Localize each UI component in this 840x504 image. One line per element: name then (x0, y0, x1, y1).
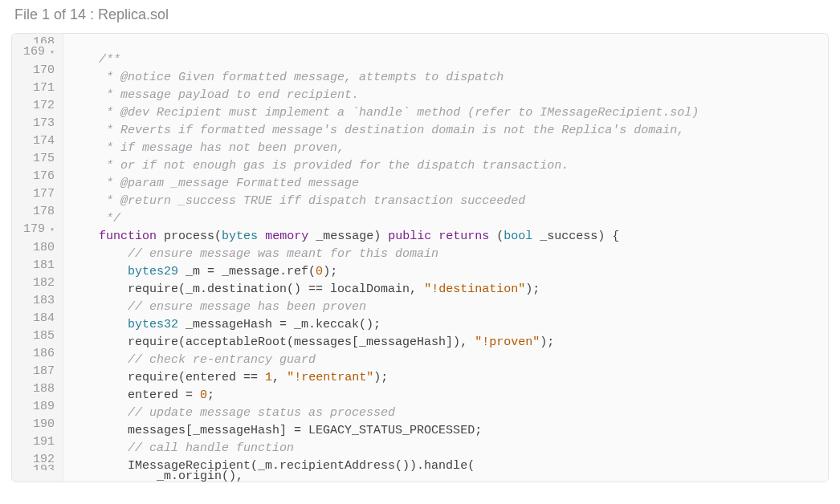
line-number: 172 (23, 97, 55, 115)
code-line[interactable]: require(_m.destination() == localDomain,… (70, 281, 828, 299)
code-line[interactable]: bytes32 _messageHash = _m.keccak(); (70, 316, 828, 334)
line-number: 177 (23, 185, 55, 203)
line-number: 179 (23, 221, 55, 239)
file-header: File 1 of 14 : Replica.sol (0, 0, 840, 33)
code-line[interactable]: bytes29 _m = _message.ref(0); (70, 263, 828, 281)
line-number: 184 (23, 310, 55, 327)
line-number: 168 (23, 34, 55, 43)
line-number: 174 (23, 132, 55, 150)
line-number: 178 (23, 203, 55, 221)
line-number: 187 (23, 363, 55, 380)
code-line[interactable]: */ (70, 210, 828, 228)
line-number: 171 (23, 79, 55, 97)
code-line[interactable]: // ensure message has been proven (70, 299, 828, 316)
code-line[interactable]: function process(bytes memory _message) … (70, 228, 828, 246)
code-line[interactable]: _m.origin(), (70, 468, 828, 482)
code-line[interactable]: // call handle function (70, 440, 828, 457)
line-number: 185 (23, 327, 55, 345)
code-line[interactable]: * @notice Given formatted message, attem… (70, 69, 828, 87)
code-line[interactable]: * message payload to end recipient. (70, 87, 828, 104)
code-line[interactable]: // update message status as processed (70, 404, 828, 422)
code-line[interactable]: * if message has not been proven, (70, 140, 828, 157)
code-panel: 1681691701711721731741751761771781791801… (11, 33, 829, 482)
code-line[interactable]: // ensure message was meant for this dom… (70, 246, 828, 263)
code-line[interactable]: // check re-entrancy guard (70, 352, 828, 369)
line-number: 189 (23, 398, 55, 416)
code-line[interactable]: * or if not enough gas is provided for t… (70, 157, 828, 175)
line-number: 169 (23, 43, 55, 62)
code-line[interactable]: require(entered == 1, "!reentrant"); (70, 369, 828, 387)
line-number: 173 (23, 115, 55, 132)
line-number: 193 (23, 461, 55, 470)
line-number-gutter: 1681691701711721731741751761771781791801… (12, 34, 63, 482)
line-number: 170 (23, 62, 55, 79)
line-number: 182 (23, 274, 55, 292)
line-number: 180 (23, 239, 55, 257)
code-line[interactable] (70, 34, 828, 51)
code-line[interactable]: * @return _success TRUE iff dispatch tra… (70, 193, 828, 210)
code-line[interactable]: /** (70, 51, 828, 69)
code-area[interactable]: /** * @notice Given formatted message, a… (63, 34, 828, 482)
line-number: 186 (23, 345, 55, 363)
code-line[interactable]: * @param _message Formatted message (70, 175, 828, 193)
code-line[interactable]: * @dev Recipient must implement a `handl… (70, 104, 828, 122)
code-line[interactable]: require(acceptableRoot(messages[_message… (70, 334, 828, 352)
line-number: 175 (23, 150, 55, 168)
code-line[interactable]: entered = 0; (70, 387, 828, 404)
line-number: 176 (23, 168, 55, 185)
file-title: File 1 of 14 : Replica.sol (14, 6, 169, 22)
line-number: 191 (23, 433, 55, 451)
line-number: 183 (23, 292, 55, 310)
code-line[interactable]: messages[_messageHash] = LEGACY_STATUS_P… (70, 422, 828, 440)
line-number: 188 (23, 380, 55, 398)
line-number: 190 (23, 416, 55, 433)
code-line[interactable]: * Reverts if formatted message's destina… (70, 122, 828, 140)
line-number: 181 (23, 257, 55, 274)
